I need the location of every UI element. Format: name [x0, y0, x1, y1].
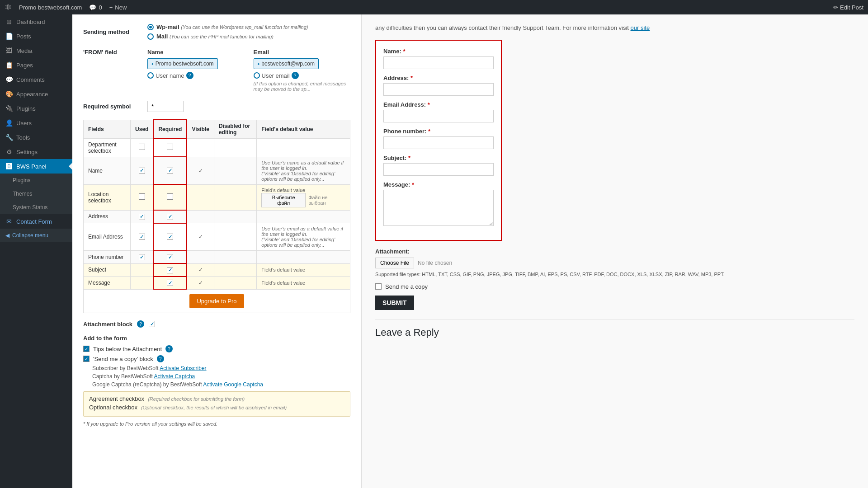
admin-bar: ⚛ Promo bestwebsoft.com 💬 0 + New ✏ Edit…: [0, 0, 868, 14]
from-name-col: Name Promo bestwebsoft.com User name ?: [147, 49, 245, 92]
from-name-value: Promo bestwebsoft.com: [147, 58, 218, 69]
required-cb[interactable]: [167, 168, 173, 174]
fields-table: Fields Used Required Visible Disabled fo…: [83, 119, 350, 313]
form-phone-label: Phone number: *: [383, 128, 494, 135]
bws-panel-icon: 🅱: [5, 163, 13, 170]
col-disabled: Disabled for editing: [214, 120, 256, 138]
used-cb[interactable]: [139, 214, 145, 220]
activate-google-captcha-link[interactable]: Activate Google Captcha: [203, 381, 263, 388]
mail-radio[interactable]: [147, 33, 154, 40]
sidebar-item-tools[interactable]: 🔧 Tools: [0, 130, 72, 145]
sidebar-item-comments[interactable]: 💬 Comments: [0, 72, 72, 87]
form-email-input[interactable]: [383, 110, 494, 122]
used-cell: [131, 210, 154, 223]
sidebar-item-settings[interactable]: ⚙ Settings: [0, 145, 72, 159]
agreement-checkbox-label: Agreement checkbox: [89, 395, 144, 402]
send-copy-row: 'Send me a copy' block ?: [83, 355, 350, 362]
sidebar-label-comments: Comments: [16, 76, 67, 83]
form-address-input[interactable]: [383, 83, 494, 96]
username-help-icon[interactable]: ?: [186, 72, 193, 79]
attachment-help-icon[interactable]: ?: [137, 320, 144, 328]
tips-help-icon[interactable]: ?: [165, 345, 173, 352]
sidebar-item-bws-plugins[interactable]: Plugins: [0, 174, 72, 187]
used-cb[interactable]: [139, 144, 145, 150]
required-cb[interactable]: [167, 193, 173, 200]
col-used: Used: [131, 120, 154, 138]
send-copy-label: 'Send me a copy' block: [93, 356, 153, 362]
collapse-menu-btn[interactable]: ◀ Collapse menu: [0, 229, 72, 242]
useremail-help-icon[interactable]: ?: [292, 72, 299, 79]
field-name: Phone number: [84, 251, 131, 264]
from-field-section: 'FROM' field Name Promo bestwebsoft.com …: [83, 49, 350, 92]
sidebar-item-bws-system-status[interactable]: System Status: [0, 201, 72, 214]
form-name-input[interactable]: [383, 56, 494, 69]
tips-checkbox[interactable]: [83, 346, 90, 352]
sidebar-item-pages[interactable]: 📋 Pages: [0, 58, 72, 72]
col-fields: Fields: [84, 120, 131, 138]
activate-subscriber-link[interactable]: Activate Subscriber: [160, 365, 206, 371]
form-subject-input[interactable]: [383, 163, 494, 176]
edit-post-btn[interactable]: ✏ Edit Post: [833, 4, 863, 11]
used-cb[interactable]: [139, 254, 145, 260]
form-message-textarea[interactable]: [383, 190, 494, 226]
sidebar-item-dashboard[interactable]: ⊞ Dashboard: [0, 14, 72, 29]
sidebar-item-contact-form[interactable]: ✉ Contact Form: [0, 214, 72, 229]
sidebar-item-media[interactable]: 🖼 Media: [0, 43, 72, 58]
col-default: Field's default value: [257, 120, 350, 138]
required-cb[interactable]: [167, 280, 173, 286]
from-useremail-option[interactable]: User email ?: [254, 72, 351, 79]
wp-logo[interactable]: ⚛: [5, 2, 12, 12]
from-username-option[interactable]: User name ?: [147, 72, 245, 79]
required-cb[interactable]: [167, 214, 173, 220]
used-cb[interactable]: [139, 168, 145, 174]
table-row: Address: [84, 210, 350, 223]
file-chooser-btn[interactable]: Выберите файл: [261, 193, 306, 207]
send-copy-checkbox[interactable]: [83, 356, 90, 362]
username-radio[interactable]: [147, 72, 154, 79]
required-cell: [153, 277, 187, 290]
useremail-radio[interactable]: [254, 72, 260, 79]
settings-panel: Sending method Wp-mail (You can use the …: [72, 14, 362, 488]
sidebar-item-appearance[interactable]: 🎨 Appearance: [0, 87, 72, 101]
wp-mail-option[interactable]: Wp-mail (You can use the Wordpress wp_ma…: [147, 23, 308, 30]
sidebar-item-users[interactable]: 👤 Users: [0, 116, 72, 130]
table-row: Department selectbox: [84, 138, 350, 157]
attachment-used-cb[interactable]: [149, 321, 155, 327]
form-message-group: Message: *: [383, 181, 494, 227]
mail-option[interactable]: Mail (You can use the PHP mail function …: [147, 33, 308, 40]
mail-label: Mail (You can use the PHP mail function …: [156, 33, 274, 40]
sidebar-item-plugins[interactable]: 🔌 Plugins: [0, 101, 72, 116]
sidebar-item-posts[interactable]: 📄 Posts: [0, 29, 72, 43]
wp-mail-radio[interactable]: [147, 24, 154, 30]
upgrade-row: Upgrade to Pro: [84, 289, 350, 313]
used-cb[interactable]: [139, 234, 145, 240]
required-cell: [153, 184, 187, 210]
default-value-note: Use User's name as a default value if th…: [261, 160, 344, 182]
visible-cell: ✓: [187, 263, 214, 277]
new-item[interactable]: + New: [109, 4, 127, 11]
required-symbol-input[interactable]: [147, 101, 184, 112]
send-copy-preview-cb[interactable]: [375, 283, 382, 290]
required-cb[interactable]: [167, 254, 173, 260]
disabled-cell: [214, 263, 256, 277]
pro-note: * If you upgrade to Pro version all your…: [83, 421, 350, 427]
sidebar-item-bws-themes[interactable]: Themes: [0, 187, 72, 201]
required-cb[interactable]: [167, 234, 173, 240]
sidebar-label-appearance: Appearance: [16, 91, 67, 98]
site-name[interactable]: Promo bestwebsoft.com: [19, 4, 82, 11]
used-cb[interactable]: [139, 193, 145, 200]
attachment-section: Attachment: Choose File No file chosen S…: [375, 248, 854, 278]
required-cb[interactable]: [167, 267, 173, 273]
our-site-link[interactable]: our site: [631, 24, 650, 31]
useremail-note: (If this option is changed, email messag…: [254, 81, 351, 92]
upgrade-to-pro-btn[interactable]: Upgrade to Pro: [189, 294, 244, 308]
form-phone-input[interactable]: [383, 136, 494, 149]
field-name: Subject: [84, 263, 131, 277]
submit-btn[interactable]: SUBMIT: [375, 296, 414, 310]
choose-file-btn[interactable]: Choose File: [375, 258, 414, 268]
required-cb[interactable]: [167, 144, 173, 150]
send-copy-help-icon[interactable]: ?: [157, 355, 164, 362]
activate-captcha-link[interactable]: Activate Captcha: [154, 373, 195, 380]
bws-panel-header[interactable]: 🅱 BWS Panel: [0, 159, 72, 174]
comments-icon[interactable]: 💬 0: [89, 4, 102, 11]
